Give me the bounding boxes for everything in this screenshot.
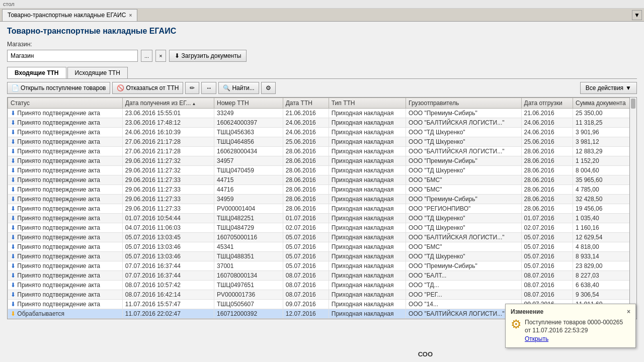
table-cell: Приходная накладная [329,261,406,271]
store-input[interactable] [7,50,138,62]
table-cell: ТШЦ0464856 [214,137,283,147]
table-row[interactable]: ⬇ Принято подтверждение акта08.07.2016 1… [8,281,636,290]
table-row[interactable]: ⬇ Принято подтверждение акта29.06.2016 1… [8,166,636,175]
edit-btn[interactable]: ✏ [185,82,199,94]
table-cell: Приходная накладная [329,118,406,128]
table-cell: 160628000434 [214,147,283,156]
table-cell: 160705000116 [214,233,283,242]
table-cell: ⬇ Принято подтверждение акта [8,252,123,261]
table-cell: 08.07.2016 16:42:14 [122,290,214,300]
tab-close-btn[interactable]: × [129,13,132,18]
all-actions-btn[interactable]: Все действия ▼ [580,82,637,94]
table-cell: ООО "БАЛТИЙСКАЯ ЛОГИСТИ..." [406,118,521,128]
main-tab[interactable]: Товарно-транспортные накладные ЕГАИС × [2,9,137,21]
change-popup: Изменение × ⚙ Поступление товаров 0000-0… [505,304,636,348]
table-cell: 05.07.2016 [283,261,329,271]
table-cell: 25.06.2016 [283,137,329,147]
table-cell: ООО "БАЛТИЙСКАЯ ЛОГИСТИ..." [406,233,521,242]
status-icon: ⬇ [11,272,17,279]
table-cell: 23 829,00 [573,261,636,271]
table-cell: 28.06.2016 [283,204,329,214]
table-cell: 23.06.2016 17:48:12 [122,118,214,128]
table-row[interactable]: ⬇ Принято подтверждение акта27.06.2016 2… [8,137,636,147]
table-cell: 44716 [214,185,283,195]
popup-open-link[interactable]: Открыть [525,335,548,342]
table-row[interactable]: ⬇ Принято подтверждение акта29.06.2016 1… [8,185,636,195]
table-cell: 28.06.2016 [521,185,573,195]
table-cell: ⬇ Принято подтверждение акта [8,128,123,137]
load-documents-btn[interactable]: ⬇ Загрузить документы [169,50,247,62]
table-cell: 9 306,54 [573,290,636,300]
table-cell: ООО "ТД... [406,281,521,290]
table-cell: Приходная накладная [329,290,406,300]
table-cell: ООО "Премиум-Сибирь" [406,156,521,166]
table-cell: 24.06.2016 [521,128,573,137]
table-row[interactable]: ⬇ Принято подтверждение акта23.06.2016 1… [8,118,636,128]
col-ttn-num: Номер ТТН [214,98,283,109]
table-cell: 12.07.2016 [283,309,329,319]
tab-dropdown-btn[interactable]: ▼ [632,10,642,20]
table-row[interactable]: ⬇ Принято подтверждение акта27.06.2016 2… [8,147,636,156]
table-row[interactable]: ⬇ Принято подтверждение акта05.07.2016 1… [8,233,636,242]
cancel-ttn-btn[interactable]: 🚫 Отказаться от ТТН [112,82,183,94]
table-cell: 05.07.2016 13:03:46 [122,252,214,261]
table-row[interactable]: ⬇ Принято подтверждение акта05.07.2016 1… [8,252,636,261]
vertical-scrollbar[interactable] [629,98,636,319]
table-cell: ООО "БМС" [406,185,521,195]
store-clear-btn[interactable]: × [155,50,166,62]
table-row[interactable]: ⬇ Принято подтверждение акта01.07.2016 1… [8,214,636,223]
table-cell: ООО "Премиум-Сибирь" [406,261,521,271]
popup-close-btn[interactable]: × [627,308,630,315]
table-cell: ⬇ Принято подтверждение акта [8,271,123,281]
table-cell: 02.07.2016 [283,223,329,233]
table-cell: 05.07.2016 [521,261,573,271]
table-row[interactable]: ⬇ Принято подтверждение акта07.07.2016 1… [8,271,636,281]
col-status: Статус [8,98,123,109]
sub-tabs: Входящие ТТН Исходящие ТТН [7,67,637,79]
table-cell: 05.07.2016 [283,242,329,252]
table-row[interactable]: ⬇ Принято подтверждение акта08.07.2016 1… [8,290,636,300]
arrows-btn[interactable]: ↔ [201,82,216,94]
table-cell: 08.07.2016 10:57:42 [122,281,214,290]
status-icon: ⬇ [11,167,17,174]
col-amount: Сумма документа [573,98,636,109]
table-cell: PV000001404 [214,204,283,214]
table-row[interactable]: ⬇ Принято подтверждение акта29.06.2016 1… [8,156,636,166]
table-cell: 28.06.2016 [521,204,573,214]
tab-incoming-ttn[interactable]: Входящие ТТН [7,67,66,78]
table-cell: 3 981,12 [573,137,636,147]
table-cell: ⬇ Принято подтверждение акта [8,204,123,214]
table-cell: 05.07.2016 [521,233,573,242]
settings-btn[interactable]: ⚙ [261,82,276,94]
table-cell: ⬇ Принято подтверждение акта [8,242,123,252]
table-row[interactable]: ⬇ Принято подтверждение акта29.06.2016 1… [8,195,636,204]
table-row[interactable]: ⬇ Принято подтверждение акта24.06.2016 1… [8,128,636,137]
table-row[interactable]: ⬇ Принято подтверждение акта29.06.2016 1… [8,175,636,185]
table-row[interactable]: ⬇ Принято подтверждение акта23.06.2016 1… [8,109,636,118]
table-cell: ООО "БАЛТ... [406,271,521,281]
popup-text-content: Поступление товаров 0000-000265 от 11.07… [525,318,630,343]
table-cell: ⬇ Принято подтверждение акта [8,185,123,195]
table-cell: 29.06.2016 11:27:33 [122,204,214,214]
table-cell: ТШЦ0482251 [214,214,283,223]
edit-icon: ✏ [190,84,195,92]
col-type-ttn: Тип ТТН [329,98,406,109]
table-cell: ⬇ Принято подтверждение акта [8,156,123,166]
table-row[interactable]: ⬇ Принято подтверждение акта05.07.2016 1… [8,242,636,252]
popup-body: ⚙ Поступление товаров 0000-000265 от 11.… [511,318,630,343]
table-cell: 11.07.2016 15:57:47 [122,300,214,309]
store-select-btn[interactable]: ... [141,50,152,62]
table-row[interactable]: ⬇ Принято подтверждение акта07.07.2016 1… [8,261,636,271]
main-content: Товарно-транспортные накладные ЕГАИС Маг… [0,22,644,324]
table-row[interactable]: ⬇ Принято подтверждение акта29.06.2016 1… [8,204,636,214]
table-cell: 44715 [214,175,283,185]
table-cell: 29.06.2016 11:27:33 [122,185,214,195]
table-cell: 28.06.2016 [283,185,329,195]
tab-outgoing-ttn[interactable]: Исходящие ТТН [67,67,128,78]
status-icon: ⬇ [11,205,17,212]
col-date-ttn: Дата ТТН [283,98,329,109]
find-btn[interactable]: 🔍 Найти... [218,82,259,94]
table-cell: Приходная накладная [329,204,406,214]
open-receipt-btn[interactable]: 📄 Открыть поступление товаров [7,82,110,94]
table-row[interactable]: ⬇ Принято подтверждение акта04.07.2016 1… [8,223,636,233]
